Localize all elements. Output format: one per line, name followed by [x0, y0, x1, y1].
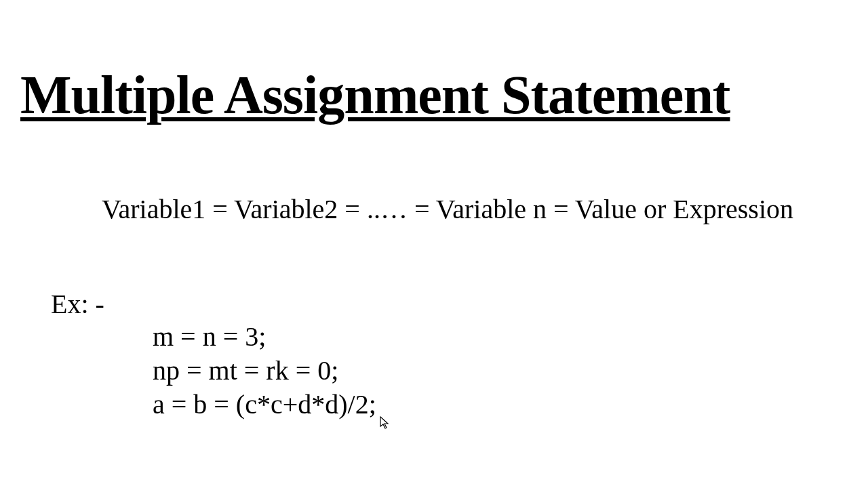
example-label: Ex: - — [51, 288, 104, 320]
syntax-line: Variable1 = Variable2 = ..… = Variable n… — [102, 193, 793, 225]
example-line-1: m = n = 3; — [153, 320, 376, 354]
slide-container: Multiple Assignment Statement Variable1 … — [0, 0, 868, 488]
example-block: m = n = 3; np = mt = rk = 0; a = b = (c*… — [153, 320, 376, 422]
cursor-icon — [380, 416, 391, 430]
example-line-2: np = mt = rk = 0; — [153, 354, 376, 388]
example-line-3: a = b = (c*c+d*d)/2; — [153, 388, 376, 422]
slide-title: Multiple Assignment Statement — [20, 64, 730, 126]
